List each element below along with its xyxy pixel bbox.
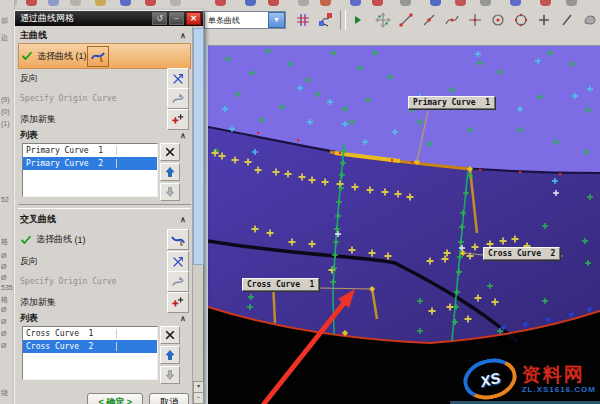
- snap-intersection-icon[interactable]: [464, 9, 486, 31]
- primary-origin-row: Specify Origin Curve: [18, 88, 191, 109]
- add-new-set-icon[interactable]: [167, 109, 189, 130]
- red-node-dot: [559, 173, 561, 175]
- graphics-viewport[interactable]: Primary Curve 1Cross Curve 2Cross Curve …: [208, 45, 600, 404]
- cross-section-header[interactable]: 交叉曲线 ∧: [18, 212, 191, 227]
- background-text-fragment: (9): [1, 96, 10, 103]
- list-item[interactable]: Cross Curve 2: [23, 340, 157, 353]
- cutoff-icon: [26, 0, 37, 6]
- move-down-icon[interactable]: [160, 183, 180, 201]
- close-icon[interactable]: ✕: [186, 12, 201, 25]
- move-up-icon[interactable]: [160, 346, 180, 364]
- cross-select-curve-row[interactable]: 选择曲线 (1): [18, 227, 191, 252]
- primary-add-set-row[interactable]: 添加新集: [18, 109, 191, 129]
- primary-select-label: 选择曲线: [37, 50, 73, 63]
- snap-plus-icon[interactable]: [533, 9, 555, 31]
- cross-select-label: 选择曲线: [36, 233, 72, 246]
- cutoff-icon: [430, 0, 441, 6]
- viewport-canvas[interactable]: [208, 46, 600, 404]
- list-item[interactable]: Primary Curve 1: [23, 144, 157, 157]
- ok-button[interactable]: < 确定 >: [87, 393, 143, 404]
- collapse-chevron-icon[interactable]: ∧: [177, 215, 189, 224]
- cancel-button[interactable]: 取消: [149, 393, 189, 404]
- background-text-fragment: Ø: [1, 318, 6, 325]
- primary-list-header[interactable]: 列表 ∧: [18, 129, 191, 142]
- collapse-chevron-icon[interactable]: ∧: [177, 314, 189, 323]
- snap-center-icon[interactable]: [487, 9, 509, 31]
- xs-logo-text: XS: [478, 368, 502, 389]
- snap-curve-icon[interactable]: [441, 9, 463, 31]
- add-new-set-icon[interactable]: [167, 292, 189, 313]
- list-item-cell: [117, 183, 157, 196]
- collapse-chevron-icon[interactable]: ∧: [177, 31, 189, 40]
- snap-midpoint-icon[interactable]: [418, 9, 440, 31]
- cross-add-set-row[interactable]: 添加新集: [18, 292, 191, 312]
- primary-curve-list[interactable]: Primary Curve 1Primary Curve 2: [22, 143, 158, 197]
- scrollbar-thumb[interactable]: [193, 28, 204, 265]
- background-text-fragment: 52: [1, 196, 9, 203]
- snap-face-icon[interactable]: [579, 9, 600, 31]
- list-item[interactable]: [23, 183, 157, 196]
- snap-move-icon[interactable]: [372, 9, 394, 31]
- background-text-fragment: Ø: [1, 342, 6, 349]
- list-item-label: Cross Curve 1: [23, 329, 117, 338]
- list-item[interactable]: [23, 353, 157, 366]
- curve-rule-dropdown[interactable]: 单条曲线 ▼: [204, 11, 286, 29]
- origin-curve-icon[interactable]: [167, 271, 189, 292]
- list-item-label: Cross Curve 2: [23, 342, 117, 351]
- viewport-curve-label[interactable]: Primary Curve 1: [408, 96, 495, 109]
- dialog-scrollbar[interactable]: ▾ −: [192, 26, 203, 404]
- snap-endpoint-icon[interactable]: [395, 9, 417, 31]
- reverse-direction-icon[interactable]: [167, 68, 189, 89]
- move-down-icon[interactable]: [160, 366, 180, 384]
- curve-chain-icon[interactable]: [315, 9, 337, 31]
- reset-icon[interactable]: ↺: [152, 12, 167, 25]
- remove-item-icon[interactable]: [160, 326, 180, 344]
- fence-icon[interactable]: [292, 9, 314, 31]
- background-text-fragment: (1): [1, 120, 10, 127]
- cutoff-icon: [268, 0, 279, 6]
- remove-item-icon[interactable]: [160, 143, 180, 161]
- select-curve-icon[interactable]: [167, 229, 189, 250]
- cross-list-header[interactable]: 列表 ∧: [18, 312, 191, 325]
- reverse-direction-icon[interactable]: [167, 251, 189, 272]
- list-item[interactable]: Primary Curve 2: [23, 157, 157, 170]
- collapse-chevron-icon[interactable]: ∧: [177, 131, 189, 140]
- check-icon: [20, 234, 32, 246]
- snap-slash-icon[interactable]: [556, 9, 578, 31]
- primary-section-header[interactable]: 主曲线 ∧: [18, 28, 191, 43]
- background-text-fragment: 边: [1, 33, 8, 43]
- cross-reverse-row[interactable]: 反向: [18, 252, 191, 271]
- background-text-fragment: Ø: [1, 252, 6, 259]
- cross-curve-list[interactable]: Cross Curve 1Cross Curve 2: [22, 326, 158, 380]
- primary-reverse-row[interactable]: 反向: [18, 69, 191, 88]
- watermark: XS 资料网 ZL.XS1616.COM: [463, 359, 596, 399]
- origin-curve-icon[interactable]: [167, 88, 189, 109]
- through-curve-mesh-dialog: 通过曲线网格 ↺ − ✕ 主曲线 ∧ 选择曲线 (1) 反: [14, 10, 204, 404]
- list-item[interactable]: Cross Curve 1: [23, 327, 157, 340]
- list-item-label: Primary Curve 1: [23, 146, 117, 155]
- list-item[interactable]: [23, 366, 157, 379]
- background-text-fragment: Ø: [1, 263, 6, 270]
- cross-select-count: (1): [75, 235, 86, 245]
- dialog-body: 主曲线 ∧ 选择曲线 (1) 反向 Specify Origin Curve: [15, 26, 193, 404]
- cross-list-label: 列表: [20, 312, 38, 325]
- list-item[interactable]: [23, 170, 157, 183]
- select-curve-icon[interactable]: [87, 46, 109, 67]
- scroll-end-icon[interactable]: −: [193, 392, 204, 404]
- list-item-cell: [117, 157, 157, 170]
- red-node-dot: [391, 159, 393, 161]
- viewport-curve-label[interactable]: Cross Curve 2: [483, 247, 560, 260]
- minimize-icon[interactable]: −: [169, 12, 184, 25]
- list-item-cell: [117, 340, 157, 353]
- cutoff-icon: [120, 0, 131, 6]
- cutoff-icon: [372, 0, 383, 6]
- list-item-cell: [117, 366, 157, 379]
- snap-quadrant-icon[interactable]: [510, 9, 532, 31]
- move-up-icon[interactable]: [160, 163, 180, 181]
- dialog-titlebar[interactable]: 通过曲线网格 ↺ − ✕: [15, 11, 203, 26]
- primary-select-curve-row[interactable]: 选择曲线 (1): [18, 43, 191, 69]
- viewport-curve-label[interactable]: Cross Curve 1: [242, 278, 319, 291]
- dropdown-arrow-icon[interactable]: ▼: [268, 12, 285, 28]
- cutoff-icon: [350, 0, 361, 6]
- snap-triangle-icon[interactable]: [349, 9, 371, 31]
